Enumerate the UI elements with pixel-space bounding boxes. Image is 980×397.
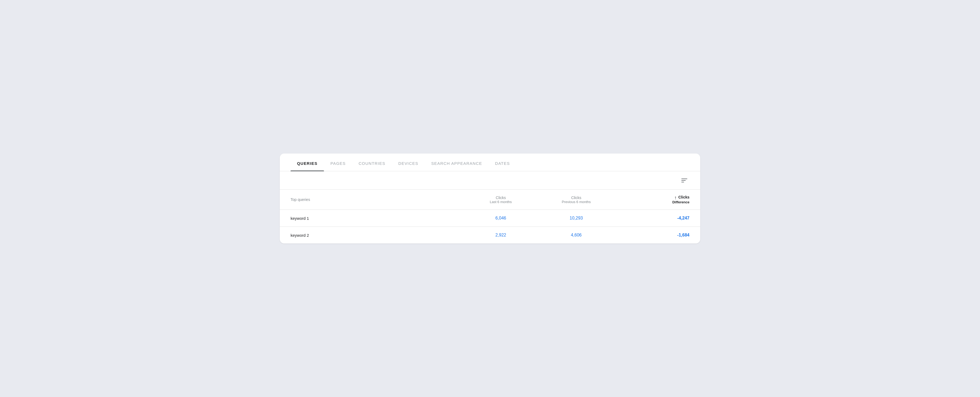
tab-devices[interactable]: DEVICES xyxy=(392,154,425,171)
filter-line-2 xyxy=(681,180,686,181)
row-1-col1: 6,046 xyxy=(463,216,539,221)
tab-queries[interactable]: QUERIES xyxy=(291,154,324,171)
row-2-col3: -1,684 xyxy=(614,233,689,238)
row-1-label: keyword 1 xyxy=(291,216,463,221)
tab-dates[interactable]: DATES xyxy=(488,154,516,171)
header-row-label: Top queries xyxy=(291,197,463,202)
tabs-row: QUERIES PAGES COUNTRIES DEVICES SEARCH A… xyxy=(280,154,700,171)
table-header: Top queries Clicks Last 6 months Clicks … xyxy=(280,190,700,210)
data-table: Top queries Clicks Last 6 months Clicks … xyxy=(280,190,700,243)
filter-line-3 xyxy=(681,182,684,183)
header-col3-sub: Difference xyxy=(672,200,689,204)
tab-countries[interactable]: COUNTRIES xyxy=(352,154,392,171)
sort-arrow-icon: ↑ xyxy=(675,195,677,200)
filter-row xyxy=(280,171,700,190)
filter-line-1 xyxy=(681,179,687,179)
row-1-col3: -4,247 xyxy=(614,216,689,221)
row-1-col2: 10,293 xyxy=(539,216,614,221)
main-card: QUERIES PAGES COUNTRIES DEVICES SEARCH A… xyxy=(280,154,700,243)
header-col3[interactable]: ↑ Clicks Difference xyxy=(614,195,689,204)
header-col2: Clicks Previous 6 months xyxy=(539,195,614,204)
tab-search-appearance[interactable]: SEARCH APPEARANCE xyxy=(425,154,488,171)
header-col1: Clicks Last 6 months xyxy=(463,195,539,204)
header-col3-label: Clicks xyxy=(678,195,689,199)
table-row: keyword 2 2,922 4,606 -1,684 xyxy=(280,227,700,243)
table-row: keyword 1 6,046 10,293 -4,247 xyxy=(280,210,700,227)
row-2-col2: 4,606 xyxy=(539,233,614,238)
filter-button[interactable] xyxy=(679,176,689,184)
tab-pages[interactable]: PAGES xyxy=(324,154,352,171)
row-2-col1: 2,922 xyxy=(463,233,539,238)
row-2-label: keyword 2 xyxy=(291,233,463,238)
